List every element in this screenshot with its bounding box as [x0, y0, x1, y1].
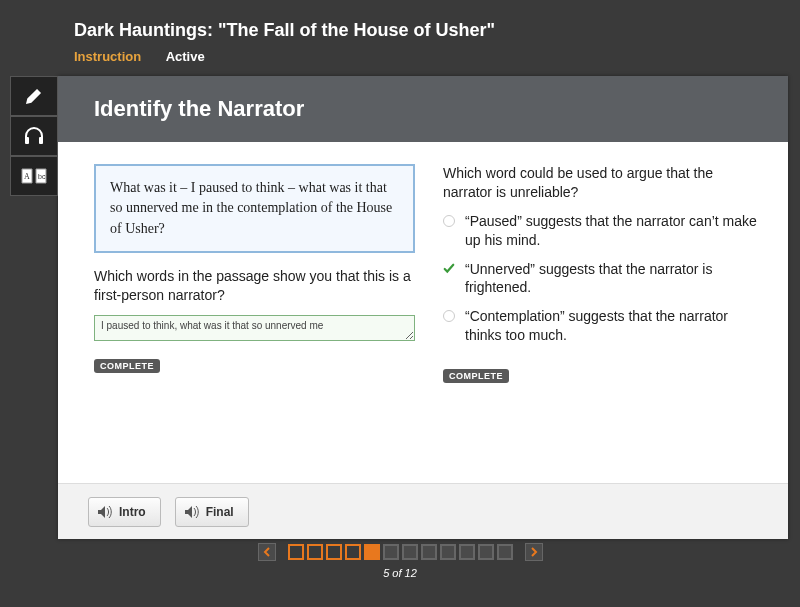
panel-footer: Intro Final — [58, 483, 788, 539]
next-slide-button[interactable] — [525, 543, 543, 561]
glossary-tool[interactable]: Abc — [10, 156, 58, 196]
first-person-answer-input[interactable] — [94, 315, 415, 341]
passage-box: What was it – I paused to think – what w… — [94, 164, 415, 253]
book-icon: Abc — [21, 167, 47, 185]
slide-indicator[interactable] — [478, 544, 494, 560]
chevron-right-icon — [530, 547, 538, 557]
options-list: “Paused” suggests that the narrator can’… — [443, 212, 764, 345]
option-row[interactable]: “Paused” suggests that the narrator can’… — [443, 212, 764, 250]
final-audio-button[interactable]: Final — [175, 497, 249, 527]
option-text: “Contemplation” suggests that the narrat… — [465, 307, 764, 345]
slide-nav: 5 of 12 — [0, 543, 800, 579]
checkmark-icon — [443, 263, 455, 275]
pencil-icon — [24, 86, 44, 106]
slide-indicator[interactable] — [421, 544, 437, 560]
slide-indicator[interactable] — [497, 544, 513, 560]
radio-icon — [443, 215, 455, 227]
speaker-icon — [97, 505, 113, 519]
complete-badge-left: COMPLETE — [94, 359, 160, 373]
svg-text:A: A — [24, 172, 30, 181]
complete-badge-right: COMPLETE — [443, 369, 509, 383]
tab-instruction[interactable]: Instruction — [74, 49, 141, 64]
chevron-left-icon — [263, 547, 271, 557]
slide-indicator[interactable] — [326, 544, 342, 560]
right-question: Which word could be used to argue that t… — [443, 164, 764, 202]
option-row[interactable]: “Contemplation” suggests that the narrat… — [443, 307, 764, 345]
option-row[interactable]: “Unnerved” suggests that the narrator is… — [443, 260, 764, 298]
option-text: “Paused” suggests that the narrator can’… — [465, 212, 764, 250]
lesson-title: Dark Hauntings: "The Fall of the House o… — [74, 20, 800, 41]
left-column: What was it – I paused to think – what w… — [94, 164, 415, 472]
prev-slide-button[interactable] — [258, 543, 276, 561]
tab-active[interactable]: Active — [166, 49, 205, 64]
slide-indicator[interactable] — [288, 544, 304, 560]
slide-indicator[interactable] — [402, 544, 418, 560]
panel-title: Identify the Narrator — [94, 96, 304, 122]
intro-audio-button[interactable]: Intro — [88, 497, 161, 527]
radio-icon — [443, 310, 455, 322]
pencil-tool[interactable] — [10, 76, 58, 116]
speaker-icon — [184, 505, 200, 519]
slide-indicator[interactable] — [307, 544, 323, 560]
final-audio-label: Final — [206, 505, 234, 519]
svg-rect-1 — [39, 137, 43, 144]
svg-text:bc: bc — [38, 173, 46, 180]
slide-indicator[interactable] — [459, 544, 475, 560]
slide-indicator[interactable] — [345, 544, 361, 560]
headphones-icon — [23, 126, 45, 146]
audio-tool[interactable] — [10, 116, 58, 156]
intro-audio-label: Intro — [119, 505, 146, 519]
page-label: 5 of 12 — [0, 567, 800, 579]
slide-indicator[interactable] — [383, 544, 399, 560]
lesson-panel: Identify the Narrator What was it – I pa… — [58, 76, 788, 539]
slide-indicator[interactable] — [440, 544, 456, 560]
tool-sidebar: Abc — [10, 76, 58, 196]
svg-rect-0 — [25, 137, 29, 144]
slide-boxes — [288, 544, 513, 560]
right-column: Which word could be used to argue that t… — [443, 164, 764, 472]
left-question: Which words in the passage show you that… — [94, 267, 415, 305]
slide-indicator[interactable] — [364, 544, 380, 560]
option-text: “Unnerved” suggests that the narrator is… — [465, 260, 764, 298]
